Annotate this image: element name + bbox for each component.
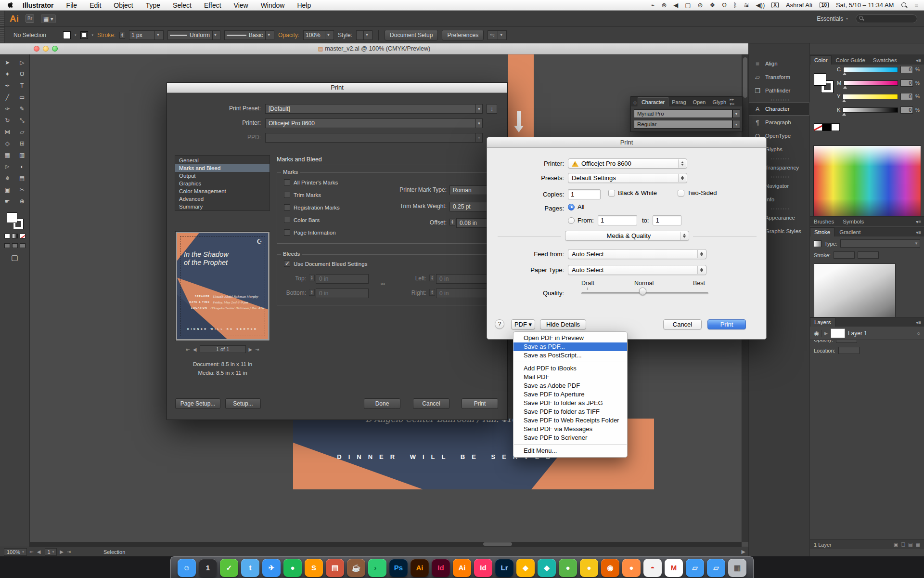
print-section-item[interactable]: General [175, 157, 270, 164]
two-sided-checkbox[interactable]: Two-Sided [678, 189, 717, 197]
tool-icon[interactable]: ☛ [2, 197, 13, 206]
dock-app-icon[interactable]: ● [559, 559, 577, 577]
delete-layer-icon[interactable]: ▦ [916, 542, 920, 547]
tool-icon[interactable]: Ω [17, 70, 27, 79]
dock-app-icon[interactable]: ● [580, 559, 598, 577]
tool-icon[interactable]: ⤡ [17, 116, 27, 125]
chevron-down-icon[interactable]: ▾ [732, 120, 740, 129]
draw-behind-button[interactable] [12, 243, 18, 248]
opacity-label[interactable]: Opacity: [278, 32, 299, 39]
copies-field[interactable]: 1 [568, 189, 601, 199]
dock-app-icon[interactable]: ☕ [347, 559, 365, 577]
tool-icon[interactable]: ▱ [17, 128, 27, 136]
status-icon[interactable]: ◀)) [756, 1, 765, 9]
pdf-menu-item[interactable]: Save PDF to Web Receipts Folder [513, 416, 627, 425]
pdf-menu-item[interactable]: Save PDF to folder as JPEG [513, 399, 627, 407]
tool-icon[interactable]: T [17, 81, 27, 90]
white-swatch[interactable] [831, 123, 840, 131]
dock-app-icon[interactable]: ▱ [686, 559, 704, 577]
paper-type-popup[interactable]: Auto Select [568, 265, 706, 275]
tool-icon[interactable]: ✑ [2, 105, 13, 113]
checkbox[interactable] [284, 192, 290, 198]
black-swatch[interactable] [822, 123, 831, 131]
stroke-label[interactable]: Stroke: [97, 32, 116, 39]
menu-item[interactable]: File [66, 1, 77, 9]
arrange-documents-button[interactable]: ▦ ▾ [41, 14, 56, 23]
none-swatch[interactable] [814, 123, 822, 131]
isolate-select[interactable]: ⇋▼ [488, 30, 507, 40]
tool-icon[interactable]: ▷ [17, 58, 27, 67]
dock-app-icon[interactable]: ● [283, 559, 302, 577]
zoom-level-select[interactable]: 100%▾ [4, 548, 27, 556]
menu-item[interactable]: Edit [90, 1, 101, 9]
tool-icon[interactable]: ▣ [2, 185, 13, 194]
prev-page-icon[interactable]: ◀ [193, 347, 197, 352]
dock-app-icon[interactable]: Ai [411, 559, 429, 577]
panel-more-icon[interactable]: ▸▸ ▾≡ [730, 97, 742, 106]
collapsed-panel-button[interactable]: ≡ Align [749, 57, 809, 70]
dock-app-icon[interactable]: ▱ [707, 559, 725, 577]
dock-app-icon[interactable]: t [241, 559, 259, 577]
layer-target-icon[interactable]: ○ [917, 330, 920, 336]
done-button[interactable]: Done [364, 398, 400, 409]
document-title-bar[interactable]: ▤master_v2.ai @ 100% (CMYK/Preview) [0, 43, 748, 54]
stroke-weight-stepper[interactable]: ▲▼ [119, 32, 125, 39]
use-bleed-row[interactable]: Use Document Bleed Settings [284, 261, 367, 267]
pdf-menu-item[interactable]: Save as Adobe PDF [513, 381, 627, 390]
tool-icon[interactable]: ⋈ [2, 128, 13, 136]
font-style-field[interactable]: Regular▾ [634, 120, 732, 129]
fill-stroke-proxy[interactable] [7, 212, 23, 229]
tool-icon[interactable]: ✂ [17, 185, 27, 194]
notification-center-icon[interactable]: ≡ [914, 1, 918, 9]
bridge-button[interactable]: Br [26, 14, 34, 23]
menu-item[interactable]: View [234, 1, 248, 9]
printer-popup[interactable]: Officejet Pro 8600 [568, 158, 687, 169]
print-section-item[interactable]: Color Management [175, 187, 270, 195]
save-preset-icon[interactable]: ↓ [487, 104, 497, 114]
tab-brushes[interactable]: Brushes [810, 217, 838, 226]
tool-icon[interactable]: ↻ [2, 116, 13, 125]
search-input[interactable] [856, 14, 917, 23]
dock-app-icon[interactable]: Id [432, 559, 450, 577]
last-page-icon[interactable]: ⇥ [255, 347, 259, 352]
print-button[interactable]: Print [707, 319, 746, 329]
tab-symbols[interactable]: Symbols [839, 217, 868, 226]
panel-tab[interactable]: Color Guide [832, 56, 869, 65]
preferences-button[interactable]: Preferences [442, 30, 484, 40]
calendar-icon[interactable]: 10 [820, 2, 829, 8]
pdf-menu-item[interactable] [513, 360, 627, 364]
dock-app-icon[interactable]: Id [474, 559, 492, 577]
dock-app-icon[interactable]: Ai [453, 559, 471, 577]
print-section-item[interactable]: Marks and Bleed [175, 164, 270, 172]
print-button[interactable]: Print [462, 398, 498, 409]
none-mode-button[interactable] [20, 234, 26, 238]
dock-app-icon[interactable]: ›_ [368, 559, 386, 577]
collapsed-panel-button[interactable]: ▱ Transform [749, 70, 809, 84]
status-icon[interactable]: ⌁ [651, 1, 655, 9]
dock-app-icon[interactable]: ✓ [220, 559, 238, 577]
dock-app-icon[interactable]: Ps [389, 559, 408, 577]
color-spectrum[interactable] [813, 145, 921, 220]
collapsed-panel-button[interactable]: ¶ Paragraph [749, 116, 809, 129]
pages-all-radio[interactable]: All [568, 203, 584, 210]
menu-item[interactable]: Object [114, 1, 133, 9]
status-icon[interactable]: ⊗ [661, 1, 667, 9]
panel-menu-icon[interactable]: ▾≡ [913, 318, 924, 327]
tool-icon[interactable]: ▦ [2, 151, 13, 159]
pdf-menu-item[interactable]: Send PDF via Messages [513, 425, 627, 434]
dialog-title[interactable]: Print [487, 137, 766, 148]
tool-icon[interactable]: ▭ [17, 93, 27, 102]
tool-icon[interactable]: ✎ [17, 105, 27, 113]
collapsed-panel-button[interactable]: A Character [749, 102, 809, 116]
status-icon[interactable]: ≋ [744, 1, 749, 9]
dock-app-icon[interactable]: 1 [199, 559, 217, 577]
black-white-checkbox[interactable]: Black & White [608, 189, 657, 197]
menu-item[interactable]: Select [173, 1, 192, 9]
print-section-item[interactable]: Summary [175, 203, 270, 210]
draw-inside-button[interactable] [20, 243, 26, 248]
character-panel-tab[interactable]: Character [638, 97, 668, 106]
artboard-number-select[interactable]: 1▾ [45, 548, 57, 556]
menu-clock[interactable]: Sat, 5/10 – 11:34 AM [836, 1, 894, 9]
artboard-nav-next[interactable]: ▶ ⇥ [60, 549, 72, 554]
status-icon[interactable]: ▢ [685, 1, 691, 9]
